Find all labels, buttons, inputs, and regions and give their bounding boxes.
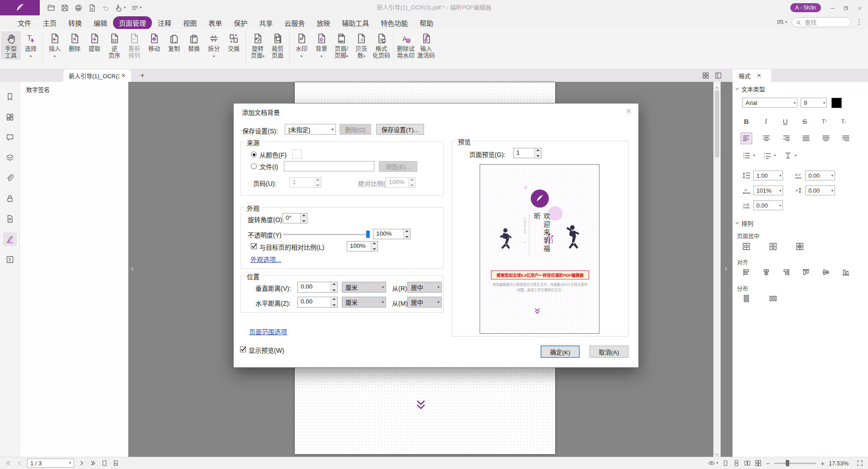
hand-tool-button[interactable]: 手型工具 xyxy=(1,31,21,60)
print-button[interactable] xyxy=(73,3,84,13)
continuous-view-button[interactable] xyxy=(733,460,740,467)
foxit-logo[interactable] xyxy=(0,0,40,15)
menu-item-0[interactable]: 文件 xyxy=(12,16,37,29)
user-account-badge[interactable]: A - Sh3n xyxy=(790,3,821,12)
fullscreen-button[interactable] xyxy=(856,460,863,467)
saved-settings-select[interactable]: [未指定]▾ xyxy=(285,124,336,135)
align-objects-left-button[interactable] xyxy=(741,266,752,278)
document-tab[interactable]: 新人引导(1)_OCR(3).pdf * ✕ xyxy=(63,69,131,82)
split-document-button[interactable]: 拆分▾ xyxy=(204,31,224,60)
bullet-list-button[interactable]: ▾ xyxy=(741,150,755,161)
reading-layout-button[interactable] xyxy=(714,71,722,80)
format-panel-tab[interactable]: 格式 ✕ xyxy=(732,69,771,82)
menu-item-6[interactable]: 视图 xyxy=(177,16,203,29)
baseline-offset-select[interactable]: A0.00▾ xyxy=(794,185,835,195)
activation-code-button[interactable]: 输入激活码 xyxy=(416,31,436,60)
remove-trial-watermark-button[interactable]: A删除试用水印 xyxy=(396,31,416,60)
rotation-spinner[interactable]: 0° xyxy=(283,213,307,223)
relative-scale-checkbox[interactable] xyxy=(251,243,257,249)
font-family-select[interactable]: Arial▾ xyxy=(742,98,797,108)
dialog-close-button[interactable] xyxy=(625,108,632,114)
page-number-box[interactable]: 1 / 3▾ xyxy=(27,459,74,468)
move-pages-button[interactable]: 移动 xyxy=(144,31,164,53)
page-thumbnails-panel-button[interactable] xyxy=(3,110,17,124)
horizontal-distance-spinner[interactable]: 0.00 xyxy=(297,297,338,308)
horizontal-unit-select[interactable]: 厘米▾ xyxy=(342,297,386,308)
align-objects-middle-v-button[interactable] xyxy=(820,266,832,278)
menu-item-5[interactable]: 注释 xyxy=(152,16,177,29)
facing-view-button[interactable] xyxy=(744,460,751,467)
watermark-button[interactable]: 水印▾ xyxy=(292,31,311,60)
menu-item-8[interactable]: 保护 xyxy=(228,16,253,29)
menu-item-12[interactable]: 辅助工具 xyxy=(336,16,375,29)
insert-pages-button[interactable]: 插入▾ xyxy=(45,31,65,60)
comments-panel-button[interactable] xyxy=(3,131,17,144)
last-page-button[interactable] xyxy=(90,460,97,467)
cancel-button[interactable]: 取消(A) xyxy=(590,346,628,358)
background-button[interactable]: 背景▾ xyxy=(311,31,331,60)
background-color-swatch[interactable] xyxy=(292,150,302,159)
bold-button[interactable]: B xyxy=(741,115,752,127)
menu-item-11[interactable]: 放映 xyxy=(311,16,336,29)
bookmarks-panel-button[interactable] xyxy=(3,90,17,104)
duplicate-pages-button[interactable]: 复制 xyxy=(164,31,184,53)
collapse-right-panel-button[interactable] xyxy=(723,265,729,271)
format-page-number-button[interactable]: #格式化页码 xyxy=(371,31,392,60)
menu-item-1[interactable]: 主页 xyxy=(37,16,62,29)
align-left-button[interactable] xyxy=(741,133,752,144)
kerning-select[interactable]: AB0.00▾ xyxy=(742,200,783,210)
zoom-slider-handle[interactable] xyxy=(786,460,789,466)
menu-item-7[interactable]: 表单 xyxy=(203,16,228,29)
more-panels-button[interactable] xyxy=(3,253,17,266)
center-vertical-button[interactable] xyxy=(767,241,779,252)
show-preview-checkbox[interactable] xyxy=(240,346,246,352)
from-file-radio[interactable] xyxy=(251,163,257,169)
articles-panel-button[interactable] xyxy=(3,212,17,226)
search-input[interactable] xyxy=(804,19,844,26)
superscript-button[interactable]: T¹ xyxy=(818,115,830,127)
font-size-select[interactable]: 9▾ xyxy=(801,98,827,108)
align-objects-bottom-button[interactable] xyxy=(840,266,852,278)
menu-item-13[interactable]: 特色功能 xyxy=(375,16,414,29)
align-justify-center-button[interactable] xyxy=(820,133,832,144)
advanced-search-button[interactable]: ▾ xyxy=(776,18,787,26)
align-justify-button[interactable] xyxy=(800,133,812,144)
opacity-slider-handle[interactable] xyxy=(366,231,370,238)
file-path-input[interactable] xyxy=(284,161,374,171)
new-tab-button[interactable]: + xyxy=(137,71,147,80)
vertical-anchor-select[interactable]: 居中▾ xyxy=(407,282,442,293)
extract-pages-button[interactable]: 提取 xyxy=(85,31,104,53)
relative-scale-spinner[interactable]: 100% xyxy=(347,241,378,251)
appearance-options-link[interactable]: 外观选项... xyxy=(250,255,281,264)
text-tool-button[interactable]: ▾ xyxy=(782,150,797,161)
scroll-down-icon[interactable] xyxy=(715,450,719,455)
next-page-button[interactable] xyxy=(78,460,85,467)
char-spacing-select[interactable]: AV0.00▾ xyxy=(794,171,835,180)
facing-continuous-view-button[interactable] xyxy=(755,460,762,467)
thumbnail-view-button[interactable] xyxy=(702,71,710,80)
vertical-unit-select[interactable]: 厘米▾ xyxy=(342,282,386,293)
text-type-section-header[interactable]: 文本类型 xyxy=(734,85,765,93)
ok-button[interactable]: 确定(K) xyxy=(541,346,580,358)
reverse-pages-button[interactable]: 12逆页序 xyxy=(104,31,124,60)
search-box[interactable] xyxy=(792,17,851,27)
attachments-panel-button[interactable] xyxy=(3,171,17,185)
format-panel-close-icon[interactable]: ✕ xyxy=(757,72,761,79)
center-both-button[interactable] xyxy=(794,241,806,252)
menu-item-9[interactable]: 共享 xyxy=(253,16,278,29)
layers-panel-button[interactable] xyxy=(3,151,17,165)
horizontal-scale-select[interactable]: A101%▾ xyxy=(742,185,783,195)
page-range-options-link[interactable]: 页面范围选项 xyxy=(249,327,287,336)
select-tool-button[interactable]: T选择▾ xyxy=(21,31,41,60)
from-color-radio[interactable] xyxy=(251,152,257,157)
opacity-slider[interactable] xyxy=(283,234,370,235)
digital-signature-panel-button[interactable] xyxy=(3,232,17,246)
zoom-out-button[interactable]: − xyxy=(766,460,770,467)
create-page-button[interactable] xyxy=(87,3,97,13)
swap-pages-button[interactable]: 交换 xyxy=(224,31,244,53)
open-button[interactable] xyxy=(46,3,57,13)
close-button[interactable] xyxy=(853,0,866,15)
zoom-percent[interactable]: 17.53% xyxy=(829,460,852,467)
header-footer-button[interactable]: 页眉/页脚▾ xyxy=(331,31,351,60)
rotate-pages-button[interactable]: 旋转页面▾ xyxy=(248,31,268,60)
